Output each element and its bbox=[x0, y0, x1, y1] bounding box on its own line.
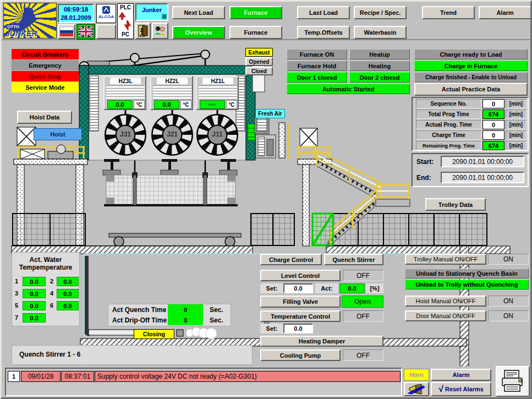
scada-screen: OTTO JUNKER 08:59:18 28.01.2009 bbox=[0, 0, 532, 399]
charge-control-button[interactable]: Charge Control bbox=[260, 254, 322, 265]
alarm-index: 1 bbox=[8, 371, 20, 382]
alarm-time: 08:37:01 bbox=[61, 371, 94, 382]
nav-waterbasin[interactable]: Waterbasin bbox=[354, 26, 407, 39]
header-bar: OTTO JUNKER 08:59:18 28.01.2009 bbox=[2, 2, 530, 40]
clock-panel: 08:59:18 28.01.2009 bbox=[58, 4, 94, 23]
door-manual-button[interactable]: Door Manual ON/OFF bbox=[405, 310, 486, 321]
clock-time: 08:59:18 bbox=[59, 5, 93, 14]
hoist-label[interactable]: Hoist bbox=[34, 128, 82, 140]
reset-alarms-button[interactable]: √ Reset Alarms bbox=[431, 382, 491, 396]
set2-value-input[interactable]: 0.0 bbox=[283, 324, 313, 334]
nav-label: Furnace bbox=[244, 29, 268, 36]
side-equipment bbox=[255, 116, 289, 159]
temperature-control-button[interactable]: Temperature Control bbox=[260, 310, 341, 322]
uk-flag-icon bbox=[79, 26, 93, 37]
station-panel: Junker 4 bbox=[135, 3, 168, 21]
plc-pc-link: PLC PC bbox=[117, 3, 134, 39]
horn-indicator: Horn bbox=[404, 369, 429, 381]
actual-practice-data-button[interactable]: Actual Practice Data bbox=[414, 83, 528, 96]
exit-door-button[interactable] bbox=[135, 23, 151, 39]
horn-muted-icon bbox=[407, 384, 426, 395]
language-english-flag[interactable] bbox=[76, 24, 95, 40]
cooling-pump-button[interactable]: Cooling Pump bbox=[260, 349, 341, 361]
nav-furnace-sub[interactable]: Furnace bbox=[229, 26, 282, 39]
railing-left bbox=[13, 214, 85, 245]
plc-pc-arrows-icon bbox=[118, 11, 133, 31]
printer-icon bbox=[500, 369, 525, 393]
level-control-button[interactable]: Level Control bbox=[260, 270, 341, 281]
railing-mid bbox=[251, 214, 294, 245]
exhaust-opened[interactable]: Opened bbox=[245, 57, 273, 66]
nav-label: Next Load bbox=[184, 9, 213, 16]
nav-label: Waterbasin bbox=[364, 29, 397, 36]
station-badge: 4 bbox=[162, 14, 167, 19]
nav-temp-offsets[interactable]: Temp.Offsets bbox=[297, 26, 350, 39]
door-exit-icon bbox=[138, 25, 149, 37]
nav-label: Alarm bbox=[496, 9, 513, 16]
stirrer-motors bbox=[109, 348, 246, 360]
nav-label: Overview bbox=[185, 29, 212, 36]
fan-j21 bbox=[152, 114, 193, 155]
charge-basket bbox=[104, 172, 238, 206]
nav-label: Furnace bbox=[244, 9, 268, 16]
hoist-data-button[interactable]: Hoist Data bbox=[17, 111, 72, 124]
nav-next-load[interactable]: Next Load bbox=[172, 6, 225, 19]
alarm-button-label: Alarm bbox=[452, 371, 469, 378]
trolley bbox=[86, 233, 250, 247]
alarm-list-panel: 1 09/01/28 08:37:01 Supply control volta… bbox=[5, 368, 402, 396]
nav-label: Last Load bbox=[309, 9, 338, 16]
trolley-data-button[interactable]: Trolley Data bbox=[425, 198, 486, 211]
user-login-button[interactable] bbox=[152, 23, 168, 39]
language-russian-flag[interactable] bbox=[58, 24, 75, 39]
filling-valve-button[interactable]: Filling Valve bbox=[260, 296, 341, 308]
reset-alarms-label: Reset Alarms bbox=[445, 386, 484, 392]
quench-stirrer-button[interactable]: Quench Stirrer bbox=[324, 254, 383, 265]
alarm-message[interactable]: Supply control voltage 24V DC not ready … bbox=[95, 371, 401, 382]
blank-button[interactable] bbox=[96, 24, 116, 39]
furnace-supports bbox=[103, 159, 237, 175]
russia-flag-icon bbox=[60, 27, 73, 36]
nav-overview[interactable]: Overview bbox=[172, 26, 225, 39]
alcoa-logo: ALCOA bbox=[96, 4, 116, 23]
exhaust-closed[interactable]: Cloed bbox=[245, 67, 273, 75]
nav-furnace-top[interactable]: Furnace bbox=[229, 6, 282, 19]
nav-label: Temp.Offsets bbox=[304, 29, 342, 36]
horn-mute-button[interactable] bbox=[404, 382, 429, 396]
logo-text-junker: JUNKER bbox=[6, 29, 37, 38]
quench-pipe bbox=[85, 256, 217, 339]
railings bbox=[13, 214, 487, 245]
checkmark-icon: √ bbox=[438, 384, 443, 394]
fan-j11 bbox=[197, 114, 238, 155]
alarm-date: 09/01/28 bbox=[21, 371, 61, 382]
pc-label: PC bbox=[118, 31, 133, 38]
nav-trend[interactable]: Trend bbox=[422, 6, 475, 19]
spray-cloud bbox=[186, 327, 217, 339]
heating-damper-button[interactable]: Heating Damper bbox=[260, 336, 383, 347]
otto-junker-logo: OTTO JUNKER bbox=[3, 3, 57, 39]
plc-label: PLC bbox=[118, 4, 133, 11]
alcoa-label: ALCOA bbox=[97, 14, 116, 19]
trolley-manual-button[interactable]: Trolley Manual ON/OFF bbox=[405, 254, 486, 265]
set-value-input[interactable]: 0.0 bbox=[283, 283, 313, 293]
print-button[interactable] bbox=[496, 366, 530, 397]
nav-label: Trend bbox=[440, 9, 457, 16]
fan-j31 bbox=[105, 114, 146, 155]
clock-date: 28.01.2009 bbox=[59, 14, 93, 21]
nav-recipe-spec[interactable]: Recipe / Spec. bbox=[354, 6, 407, 19]
hoist-manual-button[interactable]: Hoist Manual ON/OFF bbox=[405, 296, 486, 307]
nav-alarm[interactable]: Alarm bbox=[479, 6, 531, 19]
alarm-page-button[interactable]: Alarm bbox=[431, 369, 491, 381]
nav-last-load[interactable]: Last Load bbox=[297, 6, 350, 19]
logo-text-otto: OTTO bbox=[6, 24, 20, 29]
nav-label: Recipe / Spec. bbox=[360, 9, 401, 16]
alcoa-symbol-icon bbox=[102, 6, 111, 14]
users-icon bbox=[154, 25, 166, 37]
green-gate bbox=[312, 214, 333, 245]
